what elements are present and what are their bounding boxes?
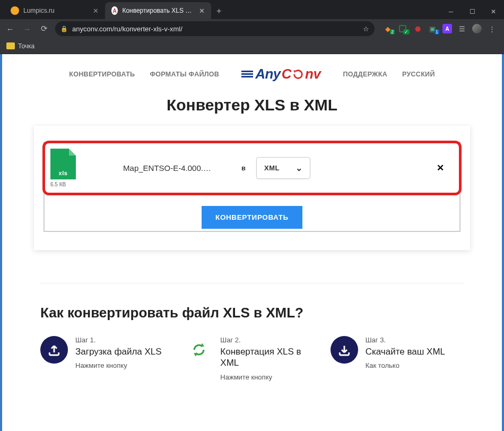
window-controls: ─ ☐ ✕ — [440, 4, 504, 19]
step-2: Шаг 2. Конвертация XLS в XML Нажмите кно… — [185, 336, 318, 381]
ext-icon-4[interactable]: ▣1 — [428, 24, 437, 33]
close-icon[interactable]: ✕ — [93, 7, 99, 15]
nav-support[interactable]: ПОДДЕРЖКА — [343, 71, 387, 78]
step-title: Конвертация XLS в XML — [220, 346, 318, 373]
star-icon[interactable]: ☆ — [363, 25, 369, 33]
logo-cycle-icon — [292, 68, 304, 80]
upload-icon — [40, 336, 68, 364]
browser-tab-1[interactable]: Lumpics.ru ✕ — [4, 2, 105, 19]
reload-icon[interactable]: ⟳ — [38, 24, 50, 33]
ext-icon-1[interactable]: ◆2 — [383, 24, 393, 33]
reading-list-icon[interactable]: ☰ — [457, 24, 467, 33]
nav-formats[interactable]: ФОРМАТЫ ФАЙЛОВ — [150, 71, 219, 78]
browser-tabs: Lumpics.ru ✕ A Конвертировать XLS в XML … — [4, 2, 440, 19]
address-bar: ← → ⟳ 🔒 anyconv.com/ru/konverter-xls-v-x… — [0, 19, 504, 38]
file-name: Map_ENTSO-E-4.000.… — [82, 163, 231, 173]
chevron-down-icon: ⌄ — [296, 163, 303, 173]
top-nav: КОНВЕРТИРОВАТЬ ФОРМАТЫ ФАЙЛОВ Any C nv П… — [2, 54, 502, 87]
howto-title: Как конвертировать файл XLS в XML? — [40, 283, 464, 336]
window-titlebar: Lumpics.ru ✕ A Конвертировать XLS в XML … — [0, 0, 504, 19]
step-title: Скачайте ваш XML — [366, 346, 445, 361]
back-icon[interactable]: ← — [4, 24, 16, 33]
file-icon: xls — [50, 149, 76, 179]
to-label: в — [237, 164, 250, 172]
logo-text-c: nv — [305, 66, 320, 82]
step-1: Шаг 1. Загрузка файла XLS Нажмите кнопку — [40, 336, 173, 381]
ext-icon-5[interactable]: A — [442, 24, 452, 33]
download-icon — [331, 336, 358, 364]
step-desc: Как только — [366, 361, 445, 369]
file-ext: xls — [59, 170, 68, 176]
step-num: Шаг 2. — [220, 336, 318, 346]
favicon-anyconv: A — [111, 6, 118, 15]
minimize-button[interactable]: ─ — [440, 4, 462, 19]
step-desc: Нажмите кнопку — [220, 373, 318, 381]
lock-icon: 🔒 — [60, 25, 68, 32]
step-num: Шаг 3. — [366, 336, 445, 346]
steps-row: Шаг 1. Загрузка файла XLS Нажмите кнопку… — [2, 336, 502, 381]
nav-convert[interactable]: КОНВЕРТИРОВАТЬ — [69, 71, 135, 78]
maximize-button[interactable]: ☐ — [462, 4, 483, 19]
logo[interactable]: Any C nv — [234, 66, 328, 82]
file-row: xls 6.5 КВ Map_ENTSO-E-4.000.… в XML ⌄ ✕ — [42, 141, 462, 195]
url-text: anyconv.com/ru/konverter-xls-v-xml/ — [72, 25, 183, 33]
menu-icon[interactable]: ⋮ — [487, 24, 497, 33]
bookmark-item[interactable]: Точка — [18, 42, 34, 50]
url-input[interactable]: 🔒 anyconv.com/ru/konverter-xls-v-xml/ ☆ — [55, 21, 375, 36]
logo-text-a: Any — [255, 66, 281, 82]
step-num: Шаг 1. — [75, 336, 162, 346]
close-icon[interactable]: ✕ — [199, 7, 205, 15]
extension-icons: ◆2 ✓ ⬣ ▣1 A ☰ ⋮ — [380, 24, 500, 33]
logo-stripes-icon — [241, 71, 253, 77]
convert-icon — [185, 336, 213, 364]
avatar-icon[interactable] — [472, 24, 482, 33]
close-button[interactable]: ✕ — [483, 4, 504, 19]
ext-icon-2[interactable]: ✓ — [398, 24, 407, 33]
folder-icon — [6, 42, 15, 49]
ext-icon-3[interactable]: ⬣ — [413, 24, 422, 33]
bookmarks-bar: Точка — [0, 38, 504, 54]
new-tab-button[interactable]: + — [211, 3, 227, 19]
favicon-lumpics — [11, 6, 19, 15]
logo-text-b: C — [282, 66, 291, 82]
convert-button[interactable]: КОНВЕРТИРОВАТЬ — [202, 206, 302, 229]
step-desc: Нажмите кнопку — [75, 361, 162, 369]
page-content: КОНВЕРТИРОВАТЬ ФОРМАТЫ ФАЙЛОВ Any C nv П… — [0, 54, 504, 431]
browser-tab-2[interactable]: A Конвертировать XLS в XML онл ✕ — [105, 2, 211, 19]
tab-title: Lumpics.ru — [23, 7, 55, 14]
tab-title: Конвертировать XLS в XML онл — [122, 7, 195, 14]
file-icon-wrap: xls 6.5 КВ — [50, 149, 76, 187]
target-format-select[interactable]: XML ⌄ — [256, 157, 310, 179]
page-title: Конвертер XLS в XML — [2, 87, 502, 126]
nav-language[interactable]: РУССКИЙ — [402, 71, 435, 78]
step-title: Загрузка файла XLS — [75, 346, 162, 361]
converter-card: xls 6.5 КВ Map_ENTSO-E-4.000.… в XML ⌄ ✕… — [34, 126, 470, 250]
format-value: XML — [264, 164, 280, 172]
forward-icon[interactable]: → — [21, 24, 33, 33]
file-size: 6.5 КВ — [50, 179, 76, 187]
remove-file-button[interactable]: ✕ — [431, 162, 449, 174]
file-dropzone: xls 6.5 КВ Map_ENTSO-E-4.000.… в XML ⌄ ✕… — [44, 142, 460, 232]
step-3: Шаг 3. Скачайте ваш XML Как только — [331, 336, 464, 381]
